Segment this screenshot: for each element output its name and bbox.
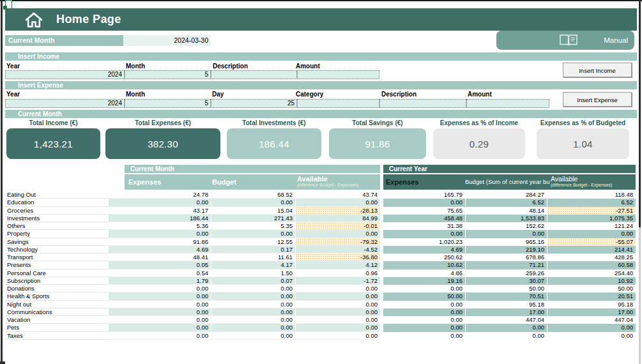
- year-expenses-cell: 10.62: [383, 261, 465, 269]
- month-available-cell: -36.80: [295, 254, 380, 261]
- year-budget-cell: 17.00: [465, 308, 547, 316]
- income-amount-label: Amount: [296, 62, 320, 70]
- row-filler: [109, 316, 125, 324]
- category-label: Education: [5, 199, 109, 206]
- year-available-cell: 214.41: [547, 246, 636, 254]
- year-available-cell: -27.51: [547, 207, 636, 215]
- year-expenses-cell: 250.62: [383, 254, 465, 261]
- table-row: Night out0.000.000.000.0095.1895.18: [5, 301, 636, 308]
- month-expenses-cell: 0.00: [125, 292, 211, 300]
- card-expenses-pct-budgeted: Expenses as % of Budgeted 1.04: [537, 119, 629, 159]
- table-row: Donations0.000.000.000.0050.0050.00: [5, 285, 636, 292]
- month-budget-cell: 15.04: [211, 207, 295, 215]
- year-available-cell: 0.00: [547, 332, 636, 340]
- table-row: Eating Out24.7868.5243.74165.79284.27118…: [5, 191, 636, 199]
- expense-day-label: Day: [212, 90, 224, 98]
- category-label: Pets: [5, 324, 109, 331]
- current-month-label: Current Month: [5, 35, 123, 46]
- category-label: Personal Care: [5, 269, 109, 277]
- insert-income-section-bar: Insert Income: [5, 52, 637, 61]
- month-budget-cell: 0.00: [211, 292, 295, 300]
- table-row: Taxes0.000.000.000.000.000.00: [5, 332, 636, 340]
- insert-expense-button[interactable]: Insert Expense: [563, 92, 632, 107]
- table-row: Property0.000.000.000.000.000.00: [5, 230, 636, 238]
- year-available-cell: -55.07: [547, 238, 636, 246]
- year-budget-cell: 284.27: [465, 191, 547, 199]
- expense-description-input[interactable]: [379, 99, 466, 108]
- year-budget-cell: 71.21: [465, 261, 547, 269]
- category-label: Night out: [5, 301, 109, 308]
- insert-income-button[interactable]: Insert Income: [563, 63, 632, 77]
- table-row: Personal Care0.541.500.964.86259.26254.4…: [5, 269, 636, 277]
- expense-year-input[interactable]: 2024: [5, 99, 125, 108]
- year-expenses-cell: 0.00: [383, 324, 465, 331]
- year-budget-cell: 259.26: [465, 269, 547, 277]
- expense-day-input[interactable]: 25: [211, 99, 297, 108]
- month-budget-cell: 0.00: [211, 230, 295, 238]
- row-filler: [109, 191, 125, 199]
- row-filler: [109, 254, 125, 261]
- year-col-expenses: Expenses: [386, 174, 418, 190]
- manual-button[interactable]: Manual: [496, 31, 634, 50]
- year-available-cell: 428.25: [547, 254, 636, 261]
- month-available-cell: -4.52: [295, 246, 380, 254]
- income-month-input[interactable]: 5: [125, 70, 211, 79]
- year-budget-cell: 447.04: [465, 316, 547, 324]
- category-label: Eating Out: [5, 191, 109, 199]
- month-col-expenses: Expenses: [128, 174, 161, 190]
- month-available-cell: -0.01: [295, 222, 380, 230]
- income-year-input[interactable]: 2024: [5, 70, 125, 79]
- month-expenses-cell: 1.79: [125, 277, 211, 285]
- year-available-cell: 121.24: [547, 222, 636, 230]
- window-border-left: [1, 0, 3, 364]
- table-row: Education0.000.000.000.006.526.52: [5, 199, 636, 206]
- month-budget-cell: 68.52: [211, 191, 295, 199]
- card-label: Expenses as % of Income: [433, 119, 525, 127]
- year-available-cell: 118.48: [547, 191, 636, 199]
- year-expenses-cell: 75.65: [383, 207, 465, 215]
- year-expenses-cell: 50.00: [383, 292, 465, 300]
- category-label: Donations: [5, 285, 109, 292]
- year-available-cell: 95.18: [547, 301, 636, 308]
- year-expenses-cell: 0.00: [383, 308, 465, 316]
- month-budget-cell: 1.50: [211, 269, 295, 277]
- table-row: Savings91.8612.55-79.321,020.23965.16-55…: [5, 238, 636, 246]
- year-expenses-cell: 0.00: [383, 285, 465, 292]
- row-filler: [109, 332, 125, 340]
- category-label: Presents: [5, 261, 109, 269]
- year-expenses-cell: 1,020.23: [383, 238, 465, 246]
- year-expenses-cell: 165.79: [383, 191, 465, 199]
- income-month-label: Month: [126, 62, 145, 70]
- table-row: Pets0.000.000.000.000.000.00: [5, 324, 636, 331]
- year-budget-cell: 152.62: [465, 222, 547, 230]
- summary-section-bar: Current Month: [5, 110, 637, 118]
- month-available-cell: 43.74: [295, 191, 380, 199]
- card-label: Total Expenses (€): [105, 119, 220, 127]
- page-header: Home Page: [5, 8, 637, 31]
- expense-amount-label: Amount: [468, 90, 492, 98]
- income-amount-input[interactable]: [297, 70, 379, 79]
- month-col-available-note: (difference Budget - Expenses): [297, 183, 358, 187]
- month-expenses-cell: 0.05: [125, 261, 211, 269]
- table-row: Communications0.000.000.000.0017.0017.00: [5, 308, 636, 316]
- month-expenses-cell: 0.00: [125, 285, 211, 292]
- year-available-cell: 1,075.35: [547, 215, 636, 222]
- card-value: 1,423.21: [6, 128, 100, 159]
- month-expenses-cell: 48.41: [125, 254, 211, 261]
- year-budget-cell: 6.52: [465, 199, 547, 206]
- expense-month-input[interactable]: 5: [125, 99, 211, 108]
- income-description-label: Description: [213, 62, 248, 70]
- expense-category-input[interactable]: [297, 99, 379, 108]
- year-available-cell: 20.51: [547, 292, 636, 300]
- income-description-input[interactable]: [211, 70, 297, 79]
- page-title: Home Page: [56, 13, 121, 26]
- year-col-budget: Budget (Sum of current year bu: [465, 174, 550, 190]
- expense-amount-input[interactable]: [466, 99, 549, 108]
- insert-expense-section-bar: Insert Expense: [5, 81, 637, 89]
- month-expenses-cell: 186.44: [125, 215, 211, 222]
- card-value: 91.86: [329, 128, 426, 159]
- window-border-corner: [0, 361, 5, 364]
- month-available-cell: 0.00: [295, 324, 380, 331]
- month-budget-cell: 0.00: [211, 324, 295, 331]
- current-month-date-cell[interactable]: 2024-03-30: [123, 35, 211, 46]
